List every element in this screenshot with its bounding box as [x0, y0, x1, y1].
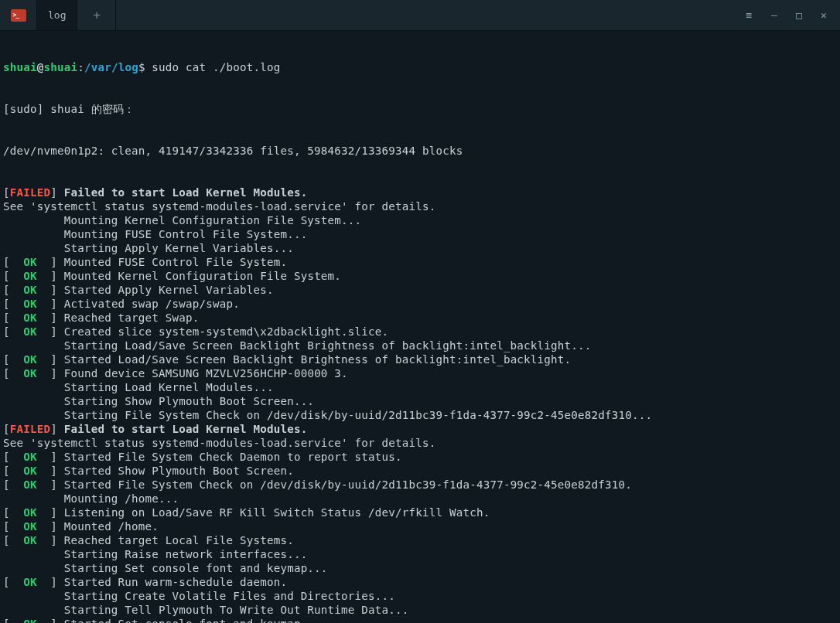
log-line: Mounting Kernel Configuration File Syste…: [3, 213, 837, 227]
log-line: [ OK ] Started Run warm-schedule daemon.: [3, 575, 837, 589]
menu-icon[interactable]: ≡: [744, 9, 755, 21]
log-line: Starting Create Volatile Files and Direc…: [3, 589, 837, 603]
titlebar: log + ≡ — □ ✕: [0, 0, 840, 31]
log-line: [ OK ] Started File System Check Daemon …: [3, 450, 837, 464]
log-line: Starting Show Plymouth Boot Screen...: [3, 394, 837, 408]
prompt-colon: :: [77, 61, 84, 73]
log-line: [ OK ] Started Show Plymouth Boot Screen…: [3, 464, 837, 478]
log-line: [ OK ] Mounted Kernel Configuration File…: [3, 269, 837, 283]
terminal-icon: [11, 9, 26, 22]
tab-log[interactable]: log: [37, 0, 77, 30]
log-line: [ OK ] Started Load/Save Screen Backligh…: [3, 352, 837, 366]
close-button[interactable]: ✕: [818, 9, 829, 21]
log-line: Starting Tell Plymouth To Write Out Runt…: [3, 603, 837, 617]
log-line: Starting Load Kernel Modules...: [3, 380, 837, 394]
sudo-prompt: [sudo] shuai 的密码：: [3, 102, 837, 116]
minimize-button[interactable]: —: [769, 9, 780, 21]
log-line: Starting Load/Save Screen Backlight Brig…: [3, 339, 837, 352]
tab-label: log: [48, 9, 66, 21]
log-line: [FAILED] Failed to start Load Kernel Mod…: [3, 422, 837, 436]
log-line: Mounting /home...: [3, 492, 837, 506]
log-line: [ OK ] Created slice system-systemd\x2db…: [3, 325, 837, 339]
log-line: See 'systemctl status systemd-modules-lo…: [3, 436, 837, 450]
log-line: [ OK ] Activated swap /swap/swap.: [3, 297, 837, 311]
prompt-path: /var/log: [84, 61, 138, 73]
log-line: See 'systemctl status systemd-modules-lo…: [3, 199, 837, 213]
terminal-output[interactable]: shuai@shuai:/var/log$ sudo cat ./boot.lo…: [0, 31, 840, 623]
log-line: [ OK ] Started File System Check on /dev…: [3, 478, 837, 492]
prompt-user: shuai: [3, 61, 37, 73]
log-line: [FAILED] Failed to start Load Kernel Mod…: [3, 186, 837, 199]
prompt-host: shuai: [43, 61, 77, 73]
window-controls: ≡ — □ ✕: [733, 0, 840, 30]
log-lines: [FAILED] Failed to start Load Kernel Mod…: [3, 186, 837, 623]
log-line: [ OK ] Mounted /home.: [3, 519, 837, 533]
log-line: Starting Apply Kernel Variables...: [3, 241, 837, 255]
tab-terminal-icon[interactable]: [0, 0, 37, 30]
log-line: [ OK ] Found device SAMSUNG MZVLV256HCHP…: [3, 366, 837, 380]
log-line: Starting File System Check on /dev/disk/…: [3, 408, 837, 422]
fsck-line: /dev/nvme0n1p2: clean, 419147/3342336 fi…: [3, 144, 837, 158]
log-line: Mounting FUSE Control File System...: [3, 227, 837, 241]
prompt-line: shuai@shuai:/var/log$ sudo cat ./boot.lo…: [3, 60, 837, 74]
new-tab-button[interactable]: +: [77, 0, 116, 30]
log-line: [ OK ] Started Apply Kernel Variables.: [3, 283, 837, 297]
log-line: [ OK ] Reached target Local File Systems…: [3, 533, 837, 547]
log-line: [ OK ] Listening on Load/Save RF Kill Sw…: [3, 506, 837, 519]
titlebar-spacer: [116, 0, 733, 30]
log-line: Starting Set console font and keymap...: [3, 561, 837, 575]
log-line: [ OK ] Started Set console font and keym…: [3, 617, 837, 623]
prompt-command: sudo cat ./boot.log: [152, 61, 280, 73]
log-line: [ OK ] Mounted FUSE Control File System.: [3, 255, 837, 269]
log-line: Starting Raise network interfaces...: [3, 547, 837, 561]
plus-icon: +: [93, 8, 101, 22]
maximize-button[interactable]: □: [794, 9, 804, 21]
prompt-dollar: $: [138, 61, 152, 73]
log-line: [ OK ] Reached target Swap.: [3, 311, 837, 325]
